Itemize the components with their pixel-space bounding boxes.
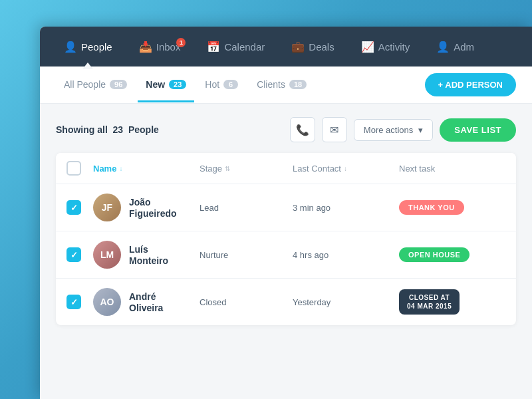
row3-person-cell: AO André Oliveira bbox=[93, 288, 200, 316]
admin-icon: 👤 bbox=[436, 41, 450, 53]
more-actions-label: More actions bbox=[364, 125, 413, 135]
row2-checkbox[interactable]: ✓ bbox=[66, 247, 81, 262]
tab-hot[interactable]: Hot 6 bbox=[197, 68, 246, 102]
row1-firstname: João bbox=[129, 196, 177, 208]
row1-last-contact: 3 min ago bbox=[293, 203, 399, 213]
showing-suffix: People bbox=[128, 124, 159, 135]
header-checkbox-col bbox=[66, 161, 93, 176]
row2-next-task: OPEN HOUSE bbox=[399, 247, 505, 262]
tab-clients-count: 18 bbox=[289, 80, 307, 89]
table-row: ✓ LM Luís Monteiro Nurture 4 hrs ago OPE… bbox=[56, 231, 516, 279]
nav-item-calendar[interactable]: 📅 Calendar bbox=[196, 35, 275, 59]
tab-all-people[interactable]: All People 96 bbox=[56, 68, 135, 102]
header-name-col[interactable]: Name ↓ bbox=[93, 161, 200, 176]
row2-person-cell: LM Luís Monteiro bbox=[93, 241, 200, 269]
inbox-icon: 📥 bbox=[139, 41, 152, 53]
activity-icon: 📈 bbox=[361, 41, 374, 53]
nav-item-deals[interactable]: 💼 Deals bbox=[281, 35, 344, 59]
add-person-button[interactable]: + ADD PERSON bbox=[425, 73, 516, 96]
header-stage-col[interactable]: Stage ⇅ bbox=[200, 161, 293, 176]
row1-task-badge: THANK YOU bbox=[399, 200, 464, 215]
name-sort-icon: ↓ bbox=[119, 165, 122, 172]
save-list-button[interactable]: SAVE LIST bbox=[440, 118, 516, 142]
save-list-label: SAVE LIST bbox=[454, 125, 501, 135]
row1-person-cell: JF João Figueiredo bbox=[93, 194, 200, 221]
tab-all-people-count: 96 bbox=[110, 80, 127, 89]
header-lastcontact-label: Last Contact bbox=[293, 164, 341, 174]
tab-new-count: 23 bbox=[169, 80, 186, 89]
tab-clients-label: Clients bbox=[257, 79, 285, 90]
nav-item-people[interactable]: 👤 People bbox=[53, 35, 123, 59]
nav-item-admin[interactable]: 👤 Adm bbox=[426, 35, 485, 59]
toolbar: Showing all 23 People 📞 ✉ More actions ▾… bbox=[56, 117, 516, 142]
tab-hot-label: Hot bbox=[205, 79, 219, 90]
header-name-label: Name bbox=[93, 164, 116, 174]
tab-new-label: New bbox=[146, 79, 165, 90]
row3-firstname: André bbox=[129, 291, 163, 303]
app-window: 👤 People 📥 Inbox 1 📅 Calendar 💼 Deals 📈 … bbox=[40, 27, 532, 399]
table-header: Name ↓ Stage ⇅ Last Contact ↓ Next task bbox=[56, 153, 516, 184]
row2-checkbox-cell: ✓ bbox=[66, 247, 93, 262]
row1-avatar: JF bbox=[93, 194, 121, 221]
people-table: Name ↓ Stage ⇅ Last Contact ↓ Next task bbox=[56, 153, 516, 325]
lastcontact-sort-icon: ↓ bbox=[344, 165, 347, 172]
nav-label-admin: Adm bbox=[454, 41, 474, 53]
nav-label-activity: Activity bbox=[378, 41, 410, 53]
row1-checkbox[interactable]: ✓ bbox=[66, 200, 81, 215]
row3-stage: Closed bbox=[200, 297, 293, 307]
nav-item-activity[interactable]: 📈 Activity bbox=[350, 35, 421, 59]
row2-name: Luís Monteiro bbox=[129, 243, 168, 266]
row2-last-contact: 4 hrs ago bbox=[293, 250, 399, 260]
showing-count: 23 bbox=[113, 124, 124, 135]
row1-lastname: Figueiredo bbox=[129, 208, 177, 219]
header-nexttask-col: Next task bbox=[399, 161, 505, 176]
row1-checkbox-cell: ✓ bbox=[66, 200, 93, 215]
chevron-down-icon: ▾ bbox=[418, 125, 423, 135]
inbox-badge: 1 bbox=[176, 38, 186, 47]
row3-next-task: CLOSED AT 04 MAR 2015 bbox=[399, 289, 505, 315]
showing-text: Showing all 23 People bbox=[56, 124, 283, 135]
row3-check-icon: ✓ bbox=[70, 297, 78, 307]
row3-checkbox[interactable]: ✓ bbox=[66, 295, 81, 309]
row3-lastname: Oliveira bbox=[129, 303, 163, 313]
showing-prefix: Showing all bbox=[56, 124, 108, 135]
phone-button[interactable]: 📞 bbox=[290, 117, 315, 142]
row2-firstname: Luís bbox=[129, 243, 168, 255]
tab-bar: All People 96 New 23 Hot 6 Clients 18 + … bbox=[40, 66, 532, 104]
table-row: ✓ AO André Oliveira Closed Yesterday bbox=[56, 279, 516, 325]
phone-icon: 📞 bbox=[296, 124, 309, 136]
row2-avatar: LM bbox=[93, 241, 121, 269]
row3-task-line2: 04 MAR 2015 bbox=[407, 303, 452, 310]
header-stage-label: Stage bbox=[200, 164, 222, 174]
email-button[interactable]: ✉ bbox=[322, 117, 347, 142]
row1-check-icon: ✓ bbox=[70, 203, 78, 213]
add-person-label: + ADD PERSON bbox=[438, 80, 503, 90]
row3-name: André Oliveira bbox=[129, 291, 163, 313]
people-icon: 👤 bbox=[64, 41, 77, 53]
stage-sort-icon: ⇅ bbox=[225, 165, 230, 172]
more-actions-dropdown[interactable]: More actions ▾ bbox=[354, 119, 433, 141]
row3-last-contact: Yesterday bbox=[293, 297, 399, 307]
tab-all-people-label: All People bbox=[64, 79, 106, 90]
row1-name: João Figueiredo bbox=[129, 196, 177, 219]
calendar-icon: 📅 bbox=[207, 41, 220, 53]
tab-hot-count: 6 bbox=[223, 80, 238, 89]
row3-task-badge: CLOSED AT 04 MAR 2015 bbox=[399, 289, 460, 315]
row2-check-icon: ✓ bbox=[70, 250, 78, 260]
row3-avatar: AO bbox=[93, 288, 121, 316]
header-lastcontact-col[interactable]: Last Contact ↓ bbox=[293, 161, 399, 176]
email-icon: ✉ bbox=[330, 124, 338, 136]
header-checkbox[interactable] bbox=[66, 161, 81, 176]
table-row: ✓ JF João Figueiredo Lead 3 min ago THAN… bbox=[56, 184, 516, 231]
nav-label-people: People bbox=[81, 41, 112, 53]
deals-icon: 💼 bbox=[291, 41, 305, 53]
tab-new[interactable]: New 23 bbox=[138, 68, 194, 102]
nav-label-calendar: Calendar bbox=[224, 41, 265, 53]
row1-stage: Lead bbox=[200, 203, 293, 213]
tab-clients[interactable]: Clients 18 bbox=[249, 68, 315, 102]
row2-stage: Nurture bbox=[200, 250, 293, 260]
nav-label-deals: Deals bbox=[309, 41, 334, 53]
row3-task-line1: CLOSED AT bbox=[409, 294, 450, 301]
nav-item-inbox[interactable]: 📥 Inbox 1 bbox=[128, 35, 192, 59]
row2-lastname: Monteiro bbox=[129, 255, 168, 266]
